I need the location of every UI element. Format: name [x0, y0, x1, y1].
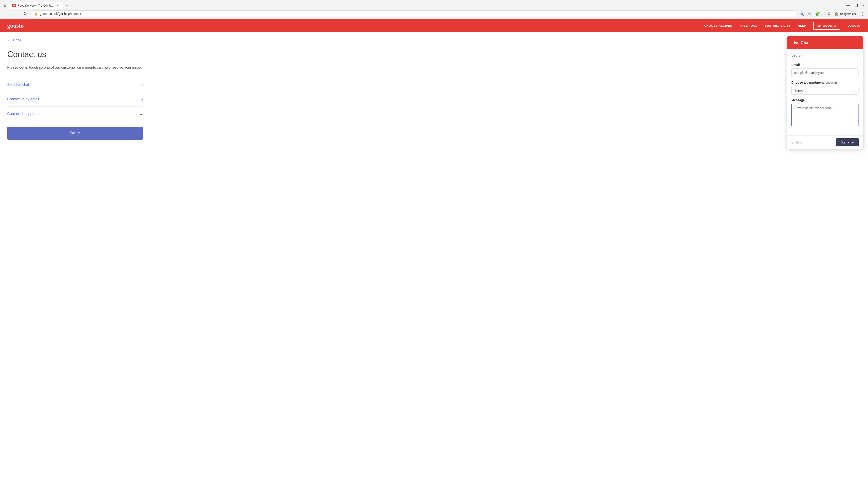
done-button[interactable]: Done: [7, 127, 143, 140]
lock-icon: 🔒: [34, 12, 38, 15]
browser-chrome: ⊻ G Food Delivery | Try Our Recipe × + —…: [0, 0, 868, 19]
live-chat-panel: Live Chat — Lauren Email Choose a depart…: [786, 36, 864, 145]
nav-logout[interactable]: LOGOUT: [847, 24, 861, 27]
contact-email-label: Contact us by email: [7, 97, 39, 101]
gousto-logo[interactable]: gousto: [7, 22, 24, 29]
active-tab[interactable]: G Food Delivery | Try Our Recipe ×: [8, 2, 63, 9]
refresh-button[interactable]: ↻: [22, 10, 29, 17]
contact-live-chat-label: Start live chat: [7, 83, 29, 87]
incognito-button[interactable]: 🕵 Incognito (2): [833, 11, 858, 17]
live-chat-header: Live Chat —: [787, 36, 863, 49]
page-description: Please get in touch so one of our custom…: [7, 65, 143, 70]
chat-department-label: Choose a department: [792, 80, 824, 84]
chat-message-textarea[interactable]: [792, 104, 859, 126]
extensions-icon-button[interactable]: 🧩: [814, 10, 821, 17]
chat-department-select[interactable]: Support: [792, 86, 859, 95]
my-gousto-button[interactable]: MY GOUSTO: [813, 22, 840, 30]
url-text: gousto.co.uk/get-help/contact: [40, 12, 793, 15]
contact-phone-label: Contact us by phone: [7, 112, 40, 116]
new-tab-button[interactable]: +: [64, 2, 70, 9]
nav-sustainability[interactable]: SUSTAINABILITY: [765, 24, 791, 27]
nav-links: CHOOSE RECIPES FREE FOOD SUSTAINABILITY …: [704, 22, 861, 30]
site-navigation: gousto CHOOSE RECIPES FREE FOOD SUSTAINA…: [0, 19, 868, 32]
zendesk-label: zendesk: [792, 141, 802, 144]
tab-close-button[interactable]: ×: [56, 4, 59, 7]
chat-name-display: Lauren: [792, 54, 859, 59]
contact-phone-chevron: ⌄: [139, 111, 143, 117]
browser-actions: 🔍 ☆ 🧩 ⧉ 🕵 Incognito (2) ⋮: [798, 10, 865, 17]
chat-email-input[interactable]: [792, 68, 859, 77]
search-icon-button[interactable]: 🔍: [798, 10, 805, 17]
sidebar-icon-button[interactable]: ⧉: [827, 11, 831, 17]
tab-group-icon: ⊻: [4, 4, 6, 7]
forward-button[interactable]: →: [12, 11, 20, 17]
nav-free-food[interactable]: FREE FOOD: [739, 24, 757, 27]
tab-favicon: G: [12, 4, 16, 7]
incognito-label: Incognito (2): [839, 12, 856, 15]
contact-live-chat-chevron: ›: [141, 82, 143, 88]
contact-option-live-chat[interactable]: Start live chat ›: [7, 78, 143, 92]
window-minimize-button[interactable]: —: [845, 2, 852, 8]
live-chat-minimize-button[interactable]: —: [853, 40, 859, 45]
nav-help[interactable]: HELP: [798, 24, 806, 27]
address-bar[interactable]: 🔒 gousto.co.uk/get-help/contact: [31, 10, 797, 17]
chat-department-wrapper: Support ⌄: [792, 86, 859, 95]
bookmark-icon-button[interactable]: ☆: [807, 10, 812, 17]
menu-button[interactable]: ⋮: [860, 10, 865, 17]
back-link[interactable]: ← Back: [7, 38, 264, 42]
back-arrow-icon: ←: [7, 38, 11, 42]
contact-email-chevron: ›: [141, 97, 143, 102]
chat-department-optional: (optional): [825, 81, 837, 84]
window-close-button[interactable]: ×: [861, 2, 866, 8]
chat-message-label: Message: [792, 98, 859, 102]
contact-option-phone[interactable]: Contact us by phone ⌄: [7, 107, 143, 121]
nav-choose-recipes[interactable]: CHOOSE RECIPES: [704, 24, 732, 27]
back-button[interactable]: ←: [3, 11, 10, 17]
main-content: ← Back Contact us Please get in touch so…: [0, 32, 271, 145]
contact-option-email[interactable]: Contact us by email ›: [7, 92, 143, 107]
tab-title: Food Delivery | Try Our Recipe: [18, 4, 55, 7]
live-chat-body: Lauren Email Choose a department (option…: [787, 49, 863, 135]
live-chat-title: Live Chat: [792, 40, 810, 45]
chat-email-label: Email: [792, 63, 859, 67]
live-chat-footer: zendesk Start chat: [787, 135, 863, 145]
address-bar-row: ← → ↻ 🔒 gousto.co.uk/get-help/contact 🔍 …: [0, 9, 868, 19]
tab-group-button[interactable]: ⊻: [2, 3, 8, 8]
start-chat-button[interactable]: Start chat: [836, 138, 859, 145]
back-label: Back: [13, 38, 21, 42]
window-maximize-button[interactable]: ❐: [853, 2, 860, 8]
page-title: Contact us: [7, 50, 264, 59]
tab-bar: ⊻ G Food Delivery | Try Our Recipe × + —…: [0, 0, 868, 9]
incognito-icon: 🕵: [835, 12, 839, 15]
